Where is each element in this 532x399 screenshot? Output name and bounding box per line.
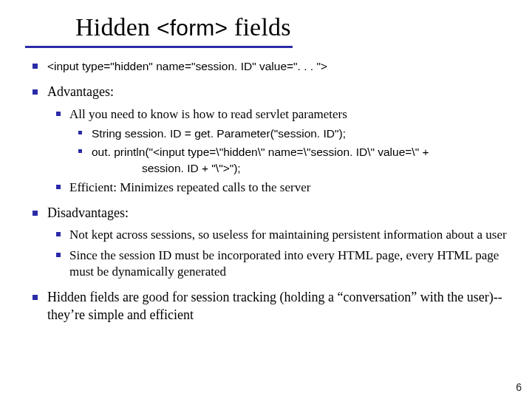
dis-item-1: Not kept across sessions, so useless for… [47, 227, 510, 243]
title-underline [25, 46, 293, 48]
dis-item-1-text: Not kept across sessions, so useless for… [69, 228, 507, 242]
adv-code-2: out. println("<input type=\"hidden\" nam… [69, 144, 510, 176]
title-pre: Hidden [75, 13, 157, 41]
advantages-label: Advantages: [47, 84, 114, 99]
adv-code-2a-text: out. println("<input type=\"hidden\" nam… [92, 146, 429, 158]
adv-item-1: All you need to know is how to read serv… [47, 106, 510, 177]
adv-item-2-text: Efficient: Minimizes repeated calls to t… [69, 180, 310, 194]
adv-code-1: String session. ID = get. Parameter("ses… [69, 126, 510, 142]
code-line: <input type="hidden" name="session. ID" … [47, 60, 327, 72]
bullet-input-example: <input type="hidden" name="session. ID" … [25, 58, 510, 75]
page-number: 6 [516, 381, 522, 393]
bullet-disadvantages: Disadvantages: Not kept across sessions,… [25, 205, 510, 281]
closing-text: Hidden fields are good for session track… [47, 290, 502, 322]
bullet-closing: Hidden fields are good for session track… [25, 289, 510, 324]
adv-item-2: Efficient: Minimizes repeated calls to t… [47, 180, 510, 196]
bullet-advantages: Advantages: All you need to know is how … [25, 83, 510, 197]
dis-item-2-text: Since the session ID must be incorporate… [69, 248, 499, 279]
adv-code-2b-text: session. ID + "\">"); [92, 161, 510, 176]
slide-body: <input type="hidden" name="session. ID" … [25, 58, 510, 332]
title-form-tag: <form> [157, 16, 228, 40]
disadvantages-label: Disadvantages: [47, 205, 129, 220]
title-post: fields [228, 13, 290, 41]
slide-title: Hidden <form> fields [75, 13, 291, 41]
dis-item-2: Since the session ID must be incorporate… [47, 248, 510, 281]
adv-item-1-text: All you need to know is how to read serv… [69, 107, 347, 121]
adv-code-1-text: String session. ID = get. Parameter("ses… [92, 127, 346, 140]
